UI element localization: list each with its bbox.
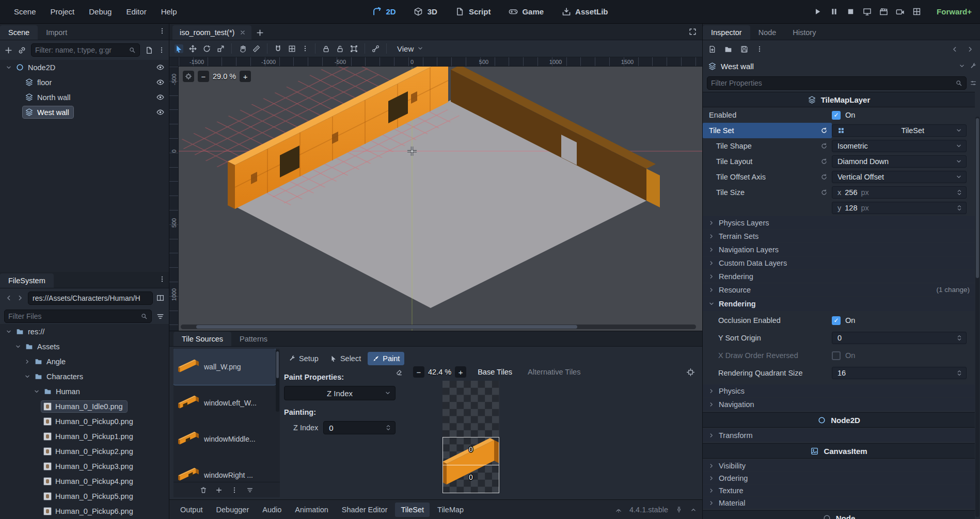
file-sort-icon[interactable] [156, 312, 165, 321]
zoom-level-label[interactable]: 29.0 % [213, 72, 236, 80]
z-index-spinner[interactable]: 0 [323, 421, 396, 434]
tab-tile-sources[interactable]: Tile Sources [173, 332, 231, 346]
menu-debug[interactable]: Debug [82, 4, 118, 19]
tile-source-window-right[interactable]: windowRight ... [173, 457, 276, 481]
tile-layout-dropdown[interactable]: Diamond Down [832, 155, 967, 168]
folder-row-characters[interactable]: Characters [0, 369, 169, 384]
close-icon[interactable] [239, 29, 246, 36]
mode-select-button[interactable]: Select [325, 352, 366, 365]
attach-script-button[interactable] [145, 46, 153, 55]
menu-project[interactable]: Project [44, 4, 82, 19]
panel-audio[interactable]: Audio [257, 502, 287, 517]
folder-row-angle[interactable]: Angle [0, 354, 169, 369]
spinner-updown-icon[interactable] [385, 424, 392, 431]
property-filter-input[interactable] [707, 76, 967, 90]
tile-size-y-field[interactable]: y128px [832, 202, 967, 214]
occlusion-checkbox[interactable] [832, 316, 841, 325]
scrollbar-thumb[interactable] [196, 325, 578, 329]
viewport-hscrollbar[interactable] [181, 325, 696, 329]
tab-node[interactable]: Node [750, 25, 785, 40]
group-navigation-layers[interactable]: Navigation Layers [703, 243, 975, 256]
sources-scrollbar[interactable] [276, 350, 279, 412]
panel-tilemap[interactable]: TileMap [432, 502, 469, 517]
x-draw-order-checkbox[interactable] [832, 351, 841, 360]
filter-options-icon[interactable] [970, 79, 977, 87]
property-label-selected[interactable]: Tile Set [703, 123, 832, 138]
revert-icon[interactable] [820, 189, 828, 196]
renderer-selector[interactable]: Forward+ [937, 7, 972, 16]
play-scene-button[interactable] [879, 7, 889, 17]
workspace-3d-button[interactable]: 3D [407, 4, 444, 20]
scrollbar-thumb[interactable] [976, 118, 979, 278]
view-menu-button[interactable]: View [393, 42, 428, 55]
center-view-button[interactable] [183, 71, 194, 82]
inspector-scrollbar[interactable] [975, 117, 979, 517]
nav-forward-icon[interactable] [16, 294, 25, 302]
scene-tab-iso-room-test[interactable]: iso_room_test(*) [172, 25, 251, 40]
tab-base-tiles[interactable]: Base Tiles [473, 366, 516, 378]
visibility-eye-icon[interactable] [156, 63, 165, 72]
group-custom-data-layers[interactable]: Custom Data Layers [703, 256, 975, 269]
revert-icon[interactable] [820, 158, 828, 165]
scene-filter-input[interactable] [31, 43, 140, 57]
skeleton-options-button[interactable] [371, 44, 380, 53]
tab-import[interactable]: Import [38, 25, 75, 40]
pause-button[interactable] [829, 7, 839, 17]
folder-row-assets[interactable]: Assets [0, 339, 169, 354]
menu-help[interactable]: Help [154, 4, 184, 19]
mode-setup-button[interactable]: Setup [284, 352, 323, 365]
chevron-down-icon[interactable] [4, 328, 13, 335]
history-forward-icon[interactable] [966, 45, 975, 54]
expand-panel-icon[interactable] [690, 506, 697, 513]
smart-snap-button[interactable] [274, 44, 282, 53]
grid-snap-button[interactable] [288, 44, 296, 53]
file-filter-input[interactable] [4, 310, 152, 323]
load-resource-icon[interactable] [724, 45, 733, 54]
tileset-resource-picker[interactable]: TileSet [832, 124, 967, 137]
new-scene-tab-button[interactable] [256, 28, 264, 37]
tree-row-floor[interactable]: floor [0, 75, 169, 90]
tree-row-west-wall[interactable]: West wall [0, 105, 169, 120]
panel-output[interactable]: Output [175, 502, 209, 517]
history-back-icon[interactable] [950, 45, 959, 54]
menu-editor[interactable]: Editor [119, 4, 153, 19]
tree-row-north-wall[interactable]: North wall [0, 90, 169, 105]
file-row[interactable]: Human_0_Pickup5.png [0, 489, 169, 504]
group-material[interactable]: Material [703, 497, 975, 509]
folder-row-res[interactable]: res:// [0, 324, 169, 339]
spinner-updown-icon[interactable] [956, 334, 963, 342]
chevron-down-icon[interactable] [23, 373, 32, 380]
source-menu-icon[interactable] [231, 486, 238, 494]
expand-viewport-icon[interactable] [688, 27, 697, 36]
tile-source-wall-w[interactable]: wall_W.png [173, 349, 276, 385]
enabled-checkbox[interactable] [832, 111, 841, 120]
save-resource-icon[interactable] [740, 45, 749, 54]
scale-tool-button[interactable] [216, 44, 225, 53]
chevron-down-icon[interactable] [4, 64, 13, 71]
group-physics[interactable]: Physics [703, 384, 975, 397]
zoom-in-button[interactable]: + [240, 71, 251, 82]
revert-icon[interactable] [820, 142, 828, 150]
scene-tree-menu-icon[interactable] [158, 46, 165, 54]
chevron-down-icon[interactable] [32, 388, 41, 395]
lock-button[interactable] [322, 44, 330, 53]
quadrant-size-field[interactable]: 16 [832, 367, 967, 379]
filesystem-dock-menu-icon[interactable] [159, 275, 166, 283]
group-terrain-sets[interactable]: Terrain Sets [703, 230, 975, 242]
file-row[interactable]: Human_0_Pickup0.png [0, 414, 169, 429]
group-resource[interactable]: Resource(1 change) [703, 283, 975, 296]
panel-shader-editor[interactable]: Shader Editor [336, 502, 393, 517]
file-row[interactable]: Human_0_Pickup6.png [0, 504, 169, 518]
atlas-canvas[interactable]: 0 0 [396, 381, 700, 497]
rotate-tool-button[interactable] [202, 44, 211, 53]
canvas-scene[interactable] [169, 57, 702, 331]
node-dropdown-icon[interactable] [958, 62, 966, 70]
tile-source-window-left[interactable]: windowLeft_W... [173, 385, 276, 421]
play-button[interactable] [813, 7, 823, 17]
file-row[interactable]: Human_0_Pickup4.png [0, 474, 169, 489]
tile-offset-axis-dropdown[interactable]: Vertical Offset [832, 171, 967, 183]
new-resource-icon[interactable] [708, 45, 717, 54]
group-navigation[interactable]: Navigation [703, 398, 975, 411]
menu-scene[interactable]: Scene [7, 4, 43, 19]
group-rendering-collapsed[interactable]: Rendering [703, 270, 975, 283]
